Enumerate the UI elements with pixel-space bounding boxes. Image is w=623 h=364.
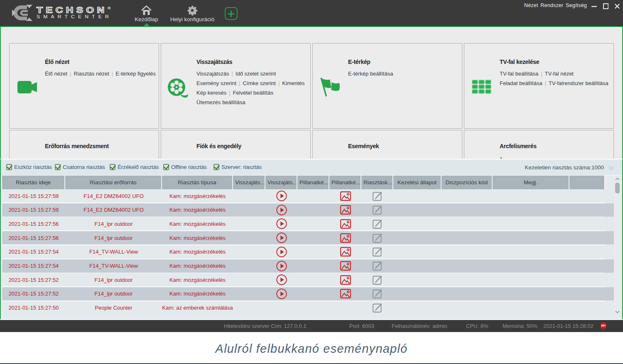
svg-text:99+: 99+: [601, 324, 606, 327]
